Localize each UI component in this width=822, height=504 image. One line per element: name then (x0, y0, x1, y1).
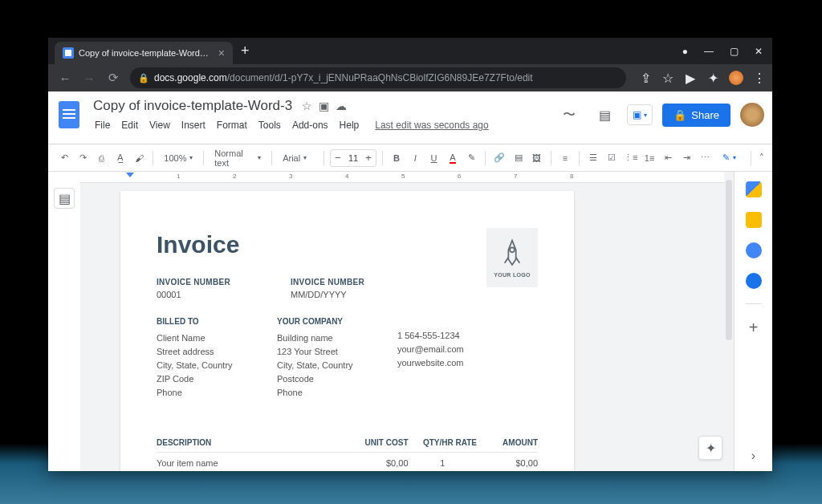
spellcheck-button[interactable]: A̲ (112, 148, 128, 168)
bold-button[interactable]: B (389, 148, 405, 168)
scroll-thumb[interactable] (726, 180, 732, 340)
invoice-number-block: INVOICE NUMBER 00001 (157, 278, 230, 299)
address-bar: ← → ⟳ 🔒 docs.google.com/document/d/1-pY7… (48, 64, 772, 91)
back-button[interactable]: ← (55, 67, 75, 88)
logo-text: YOUR LOGO (494, 272, 530, 278)
outline-button[interactable]: ▤ (54, 188, 75, 209)
share-icon[interactable]: ⇪ (639, 71, 652, 84)
extension-1-icon[interactable]: ▶ (684, 71, 697, 84)
profile-avatar-icon[interactable] (729, 71, 743, 85)
menu-format[interactable]: Format (212, 117, 252, 133)
paint-format-button[interactable]: 🖌 (131, 148, 147, 168)
side-panel: + › (734, 172, 772, 471)
bookmark-icon[interactable]: ☆ (661, 71, 674, 84)
browser-tab[interactable]: Copy of invoice-template-Word… × (55, 42, 233, 64)
font-size-decrease[interactable]: − (331, 150, 345, 166)
billed-to-block: BILLED TO Client Name Street address Cit… (157, 315, 245, 400)
underline-button[interactable]: U (425, 148, 442, 168)
menu-icon[interactable]: ⋮ (753, 71, 766, 84)
comments-icon[interactable]: ▤ (592, 102, 617, 128)
menu-insert[interactable]: Insert (177, 117, 210, 133)
account-avatar[interactable] (740, 103, 764, 127)
print-button[interactable]: ⎙ (94, 148, 110, 168)
share-button[interactable]: 🔒 Share (662, 104, 730, 127)
checklist-button[interactable]: ☑ (604, 148, 620, 168)
indent-button[interactable]: ⇥ (679, 148, 695, 168)
editing-mode-button[interactable]: ✎ ▾ (716, 149, 743, 166)
present-button[interactable]: ▣ ▾ (627, 104, 653, 125)
vertical-scrollbar[interactable] (724, 172, 734, 471)
calendar-app-icon[interactable] (746, 181, 762, 197)
tab-title: Copy of invoice-template-Word… (79, 48, 209, 58)
close-window-icon[interactable]: ✕ (755, 46, 763, 57)
toolbar: ↶ ↷ ⎙ A̲ 🖌 100%▾ Normal text▾ Arial▾ − +… (48, 144, 772, 172)
invoice-heading: Invoice (157, 231, 538, 258)
menu-help[interactable]: Help (335, 117, 364, 133)
document-title[interactable]: Copy of invoice-template-Word-3 (90, 96, 295, 116)
url-domain: docs.google.com (154, 72, 227, 83)
add-addon-button[interactable]: + (749, 319, 759, 337)
indent-marker-icon[interactable] (126, 173, 134, 177)
collapse-panel-button[interactable]: › (751, 449, 755, 463)
record-icon[interactable]: ● (682, 46, 688, 57)
menu-edit[interactable]: Edit (116, 117, 143, 133)
text-color-button[interactable]: A (445, 148, 461, 168)
keep-app-icon[interactable] (746, 212, 762, 228)
document-page[interactable]: YOUR LOGO Invoice INVOICE NUMBER 00001 I… (120, 191, 574, 471)
font-size-increase[interactable]: + (361, 150, 376, 166)
redo-button[interactable]: ↷ (75, 148, 91, 168)
extensions-icon[interactable]: ✦ (706, 71, 719, 84)
rocket-icon (501, 238, 523, 269)
star-icon[interactable]: ☆ (302, 100, 312, 112)
comment-button[interactable]: ▤ (510, 148, 526, 168)
minimize-icon[interactable]: — (704, 46, 714, 57)
share-label: Share (691, 109, 719, 121)
reload-button[interactable]: ⟳ (103, 67, 124, 88)
outdent-button[interactable]: ⇤ (660, 148, 676, 168)
style-dropdown[interactable]: Normal text▾ (210, 146, 266, 170)
window-controls: ● — ▢ ✕ (682, 46, 772, 57)
move-icon[interactable]: ▣ (319, 100, 329, 112)
new-tab-button[interactable]: + (241, 43, 250, 59)
th-desc: DESCRIPTION (157, 433, 340, 453)
docs-home-button[interactable] (56, 99, 82, 131)
tasks-app-icon[interactable] (746, 242, 762, 258)
menu-tools[interactable]: Tools (254, 117, 286, 133)
contacts-app-icon[interactable] (746, 273, 762, 289)
font-size-input[interactable] (345, 153, 361, 163)
th-qty: QTY/HR RATE (409, 433, 478, 453)
company-contact-block: 1 564-555-1234 your@email.com yourwebsit… (397, 315, 464, 400)
ruler[interactable]: 1 2 3 4 5 6 7 8 (80, 172, 724, 183)
present-icon: ▣ (633, 109, 641, 120)
highlight-button[interactable]: ✎ (463, 148, 479, 168)
zoom-dropdown[interactable]: 100%▾ (159, 151, 197, 165)
close-tab-icon[interactable]: × (218, 47, 225, 59)
link-button[interactable]: 🔗 (491, 148, 507, 168)
undo-button[interactable]: ↶ (56, 148, 72, 168)
collapse-toolbar-button[interactable]: ˄ (759, 152, 764, 163)
th-amount: AMOUNT (477, 433, 538, 453)
url-input[interactable]: 🔒 docs.google.com/document/d/1-pY7x_i_jE… (130, 67, 626, 88)
bulleted-list-button[interactable]: ⋮≡ (623, 148, 639, 168)
logo-placeholder[interactable]: YOUR LOGO (486, 228, 538, 287)
cloud-status-icon[interactable]: ☁ (336, 100, 347, 112)
maximize-icon[interactable]: ▢ (730, 46, 739, 57)
menu-view[interactable]: View (144, 117, 175, 133)
pencil-icon: ✎ (722, 152, 730, 163)
font-dropdown[interactable]: Arial▾ (278, 151, 318, 165)
forward-button[interactable]: → (79, 67, 100, 88)
more-button[interactable]: ⋯ (698, 148, 714, 168)
italic-button[interactable]: I (407, 148, 423, 168)
align-button[interactable]: ≡ (557, 148, 573, 168)
activity-icon[interactable]: 〜 (556, 102, 582, 128)
numbered-list-button[interactable]: 1≡ (641, 148, 657, 168)
last-edit-link[interactable]: Last edit was seconds ago (370, 117, 493, 133)
line-spacing-button[interactable]: ☰ (585, 148, 601, 168)
menu-file[interactable]: File (90, 117, 115, 133)
image-button[interactable]: 🖼 (529, 148, 545, 168)
font-size-stepper[interactable]: − + (330, 149, 376, 167)
document-area[interactable]: 1 2 3 4 5 6 7 8 YOUR LOGO (80, 172, 724, 471)
menu-bar: File Edit View Insert Format Tools Add-o… (90, 117, 548, 133)
explore-button[interactable]: ✦ (698, 436, 722, 460)
menu-addons[interactable]: Add-ons (287, 117, 333, 133)
